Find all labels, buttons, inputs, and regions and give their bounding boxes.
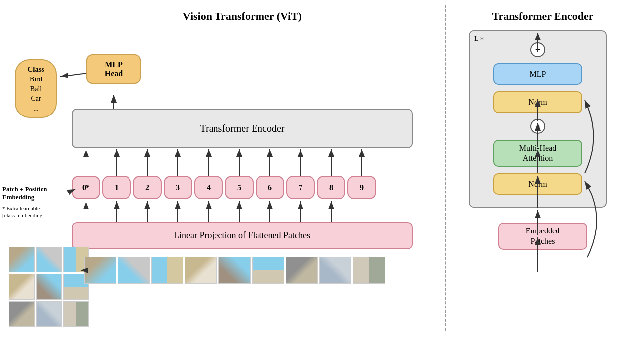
src-patch-1 (36, 247, 62, 272)
left-title: Vision Transformer (ViT) (54, 10, 430, 23)
svg-line-1 (60, 73, 86, 77)
class-item-car: Car (23, 94, 49, 104)
dest-patch-2 (151, 257, 183, 284)
dest-patch-7 (319, 257, 351, 284)
patch-token-6: 6 (256, 176, 284, 199)
patch-token-4: 4 (194, 176, 223, 199)
src-patch-6 (9, 301, 35, 327)
dest-patch-5 (252, 257, 284, 284)
embed-label: Patch + PositionEmbedding (2, 185, 67, 202)
add-circle-bottom: + (530, 119, 545, 134)
left-section: Vision Transformer (ViT) Class Bird Ball… (0, 0, 445, 345)
class-item-etc: ... (23, 104, 49, 114)
patch-token-0: 0* (72, 176, 100, 199)
dest-patch-3 (185, 257, 217, 284)
patch-token-9: 9 (347, 176, 376, 199)
patch-token-7: 7 (286, 176, 315, 199)
patch-token-5: 5 (225, 176, 254, 199)
dest-patch-6 (286, 257, 318, 284)
src-patch-3 (9, 274, 35, 300)
dest-patch-4 (218, 257, 251, 284)
src-patch-0 (9, 247, 35, 272)
enc-norm-bottom-box: Norm (493, 173, 582, 195)
enc-mlp-box: MLP (493, 63, 582, 85)
dest-patch-1 (118, 257, 150, 284)
right-title: Transformer Encoder (456, 10, 629, 23)
lx-label: L × (474, 35, 484, 43)
main-container: Vision Transformer (ViT) Class Bird Ball… (0, 0, 644, 345)
patches-row: 0* 1 2 3 4 5 6 7 8 9 (72, 176, 376, 199)
embedded-patches-box: EmbeddedPatches (498, 223, 587, 250)
enc-norm-top-box: Norm (493, 91, 582, 113)
linear-proj-box: Linear Projection of Flattened Patches (72, 222, 413, 249)
dest-patch-0 (84, 257, 116, 284)
class-item-bird: Bird (23, 75, 49, 84)
embed-note: * Extra learnable[class] embedding (2, 205, 67, 219)
transformer-encoder-main-box: Transformer Encoder (72, 109, 413, 148)
add-circle-top: + (530, 42, 545, 57)
enc-attn-box: Multi-HeadAttention (493, 140, 582, 167)
image-patches-dest (84, 257, 385, 284)
mlp-head-box: MLPHead (86, 54, 141, 84)
encoder-diagram: L × + MLP Norm + (469, 30, 607, 208)
src-patch-8 (63, 301, 89, 327)
right-section: Transformer Encoder L × + MLP Norm (446, 0, 639, 345)
patch-token-8: 8 (317, 176, 345, 199)
class-item-ball: Ball (23, 84, 49, 94)
patch-token-3: 3 (164, 176, 192, 199)
src-patch-7 (36, 301, 62, 327)
src-patch-4 (36, 274, 62, 300)
patch-token-2: 2 (133, 176, 162, 199)
dest-patch-8 (353, 257, 385, 284)
class-title: Class (23, 64, 49, 75)
patch-token-1: 1 (102, 176, 131, 199)
class-output-box: Class Bird Ball Car ... (15, 59, 57, 118)
image-patches-source (9, 247, 89, 327)
